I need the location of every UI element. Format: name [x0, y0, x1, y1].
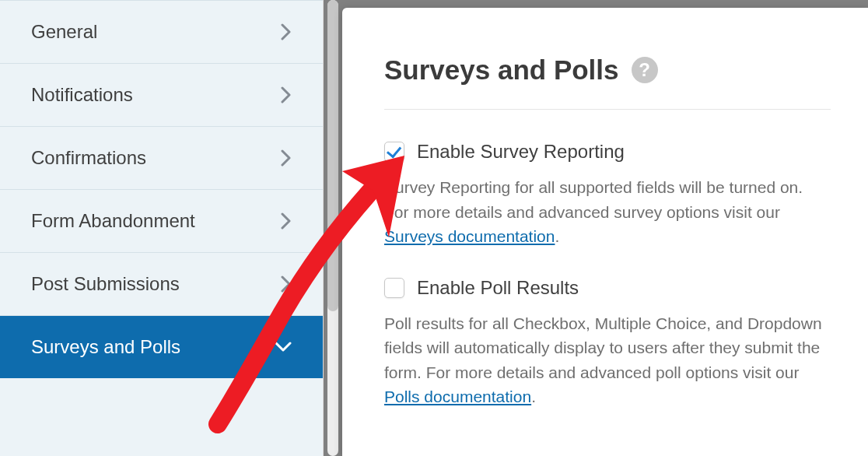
sidebar-item-label: Confirmations	[31, 147, 146, 169]
panel-title: Surveys and Polls	[384, 54, 619, 86]
enable-poll-results-checkbox[interactable]	[384, 278, 404, 298]
sidebar-item-label: General	[31, 21, 97, 43]
scrollbar-track[interactable]	[327, 0, 338, 456]
chevron-right-icon	[281, 275, 292, 293]
chevron-right-icon	[281, 86, 292, 103]
chevron-right-icon	[281, 23, 292, 40]
sidebar-item-post-submissions[interactable]: Post Submissions	[0, 253, 323, 316]
sidebar-item-label: Post Submissions	[31, 273, 180, 295]
scrollbar-gutter	[324, 0, 342, 456]
option-description: Survey Reporting for all supported field…	[384, 175, 831, 249]
sidebar-item-notifications[interactable]: Notifications	[0, 64, 323, 127]
help-icon[interactable]: ?	[632, 57, 658, 83]
sidebar-item-general[interactable]: General	[0, 0, 323, 64]
settings-panel: Surveys and Polls ? Enable Survey Report…	[342, 8, 868, 456]
scrollbar-thumb[interactable]	[327, 0, 338, 311]
chevron-right-icon	[281, 212, 292, 230]
sidebar-item-form-abandonment[interactable]: Form Abandonment	[0, 190, 323, 253]
panel-header: Surveys and Polls ?	[384, 54, 831, 110]
option-header: Enable Poll Results	[384, 277, 831, 299]
option-header: Enable Survey Reporting	[384, 141, 831, 163]
option-description: Poll results for all Checkbox, Multiple …	[384, 311, 831, 409]
chevron-down-icon	[275, 342, 292, 353]
option-label: Enable Survey Reporting	[417, 141, 625, 163]
option-label: Enable Poll Results	[417, 277, 579, 299]
enable-survey-reporting-checkbox[interactable]	[384, 142, 404, 162]
panel-container: Surveys and Polls ? Enable Survey Report…	[342, 0, 868, 456]
enable-survey-reporting-option: Enable Survey Reporting Survey Reporting…	[384, 141, 831, 249]
chevron-right-icon	[281, 149, 292, 167]
sidebar-item-label: Notifications	[31, 84, 133, 106]
sidebar-item-label: Surveys and Polls	[31, 336, 180, 358]
sidebar-item-confirmations[interactable]: Confirmations	[0, 127, 323, 190]
settings-sidebar: General Notifications Confirmations Form…	[0, 0, 324, 456]
sidebar-item-label: Form Abandonment	[31, 210, 195, 232]
polls-documentation-link[interactable]: Polls documentation	[384, 388, 531, 405]
sidebar-item-surveys-and-polls[interactable]: Surveys and Polls	[0, 316, 323, 378]
enable-poll-results-option: Enable Poll Results Poll results for all…	[384, 277, 831, 409]
surveys-documentation-link[interactable]: Surveys documentation	[384, 227, 555, 245]
